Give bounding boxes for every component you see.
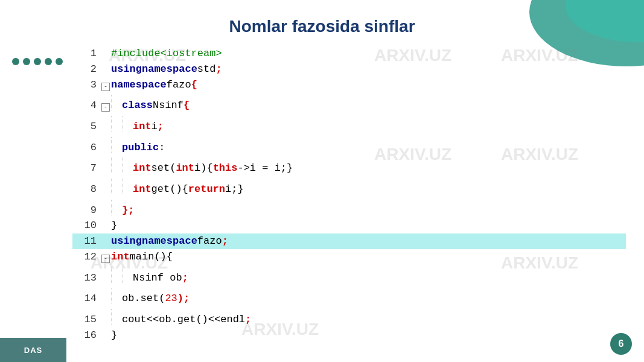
indent-guide-8-0	[111, 179, 122, 194]
line-number-9: 9	[75, 203, 97, 218]
token-2-3: ;	[215, 62, 222, 77]
line-number-3: 3	[75, 77, 97, 93]
token-7-5: ->i = i;}	[237, 160, 293, 176]
code-line-6: 6public:	[72, 135, 626, 156]
token-2-1: namespace	[142, 62, 197, 77]
token-13-1: ;	[182, 270, 188, 286]
line-number-7: 7	[75, 160, 97, 176]
token-6-0: public	[122, 140, 159, 156]
token-13-0: Nsinf ob	[133, 270, 182, 286]
indent-guide-5-0	[111, 116, 122, 132]
token-7-4: this	[213, 160, 238, 176]
dot-5	[56, 58, 63, 65]
indent-guide-9-0	[111, 200, 122, 215]
token-5-0: int	[133, 119, 151, 135]
code-line-4: 4-class Nsinf{	[72, 92, 626, 113]
line-number-2: 2	[75, 62, 97, 77]
line-number-10: 10	[75, 218, 97, 233]
code-line-15: 15cout<<ob.get()<<endl;	[72, 306, 626, 328]
token-14-1: 23	[165, 291, 177, 306]
token-10-0: }	[111, 218, 117, 233]
code-line-8: 8int get(){return i;}	[72, 176, 626, 197]
token-12-1: main(){	[130, 249, 173, 265]
indent-guide-5-1	[122, 116, 133, 132]
code-line-7: 7int set(int i){ this->i = i;}	[72, 155, 626, 176]
token-2-2: std	[197, 62, 216, 77]
code-line-11: 11using namespace fazo;	[72, 233, 626, 249]
token-7-2: int	[176, 160, 194, 176]
token-4-0: class	[122, 98, 153, 113]
token-14-0: ob.set(	[122, 291, 165, 306]
token-11-3: ;	[222, 233, 228, 249]
code-line-10: 10}	[72, 218, 626, 233]
token-3-2: {	[191, 77, 197, 93]
code-line-5: 5int i;	[72, 113, 626, 135]
line-number-11: 11	[75, 233, 97, 249]
token-5-1: i	[151, 119, 158, 135]
fold-icon-4[interactable]: -	[101, 103, 110, 112]
token-2-0: using	[111, 62, 142, 77]
indent-guide-15-0	[111, 309, 122, 325]
line-number-14: 14	[75, 291, 97, 306]
token-14-2: );	[177, 291, 190, 306]
token-11-1: namespace	[142, 233, 197, 249]
dot-2	[23, 58, 30, 65]
code-line-1: 1#include<iostream>	[72, 46, 626, 62]
indent-guide-14-0	[111, 288, 122, 304]
code-line-16: 16}	[72, 328, 626, 343]
line-number-8: 8	[75, 182, 97, 197]
token-7-0: int	[133, 160, 151, 176]
indent-guide-7-0	[111, 157, 122, 173]
token-4-1: Nsinf	[153, 98, 183, 113]
token-6-1: :	[159, 140, 165, 156]
code-line-9: 9};	[72, 197, 626, 218]
token-8-0: int	[133, 182, 151, 197]
fold-icon-3[interactable]: -	[101, 83, 110, 91]
token-15-0: cout<<ob.get()<<endl	[122, 312, 245, 328]
line-number-12: 12	[75, 249, 97, 265]
indent-guide-13-0	[111, 267, 122, 283]
token-8-2: return	[188, 182, 225, 197]
code-line-13: 13Nsinf ob;	[72, 265, 626, 286]
token-15-1: ;	[245, 312, 251, 328]
fold-icon-12[interactable]: -	[101, 255, 110, 263]
indent-guide-13-1	[122, 267, 133, 283]
token-16-0: }	[111, 328, 117, 343]
bottom-label: DAS	[0, 338, 66, 362]
dot-3	[34, 58, 41, 65]
token-7-3: i){	[194, 160, 213, 176]
line-number-4: 4	[75, 98, 97, 113]
token-3-0: namespace	[111, 77, 167, 93]
token-4-2: {	[183, 98, 190, 113]
token-8-1: get(){	[151, 182, 188, 197]
indent-guide-8-1	[122, 179, 133, 194]
dot-4	[45, 58, 52, 65]
token-8-3: i;}	[225, 182, 244, 197]
code-line-12: 12-int main(){	[72, 249, 626, 265]
line-number-5: 5	[75, 119, 97, 135]
indent-guide-4-0	[111, 95, 122, 110]
code-line-3: 3-namespace fazo {	[72, 77, 626, 93]
dot-1	[12, 58, 19, 65]
code-line-2: 2using namespace std;	[72, 62, 626, 77]
line-number-6: 6	[75, 140, 97, 156]
slide-title: Nomlar fazosida sinflar	[0, 17, 644, 36]
token-7-1: set(	[151, 160, 176, 176]
token-1-0: #include<iostream>	[111, 46, 222, 62]
code-line-14: 14ob.set(23);	[72, 286, 626, 307]
token-11-0: using	[111, 233, 142, 249]
code-area: 1#include<iostream>2using namespace std;…	[72, 46, 626, 333]
token-3-1: fazo	[167, 77, 191, 93]
line-number-1: 1	[75, 46, 97, 62]
line-number-16: 16	[75, 328, 97, 343]
token-5-2: ;	[158, 119, 164, 135]
indent-guide-6-0	[111, 137, 122, 153]
token-11-2: fazo	[197, 233, 222, 249]
line-number-13: 13	[75, 270, 97, 286]
indent-guide-7-1	[122, 157, 133, 173]
token-12-0: int	[111, 249, 130, 265]
token-9-0: };	[122, 203, 134, 218]
page-number-badge: 6	[610, 333, 632, 355]
slide-navigation-dots	[12, 58, 63, 65]
line-number-15: 15	[75, 312, 97, 328]
